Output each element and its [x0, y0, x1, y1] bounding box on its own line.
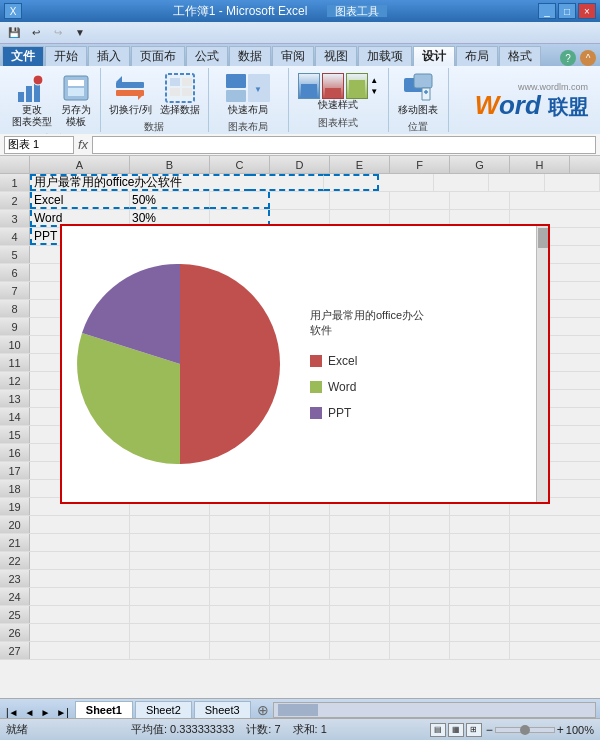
sheet-next-button[interactable]: ► [38, 707, 52, 718]
cell-g24[interactable] [450, 588, 510, 605]
scrollbar-thumb[interactable] [538, 228, 548, 248]
save-quick-button[interactable]: 💾 [4, 24, 24, 42]
redo-button[interactable]: ↪ [48, 24, 68, 42]
name-box[interactable]: 图表 1 [4, 136, 74, 154]
cell-d22[interactable] [270, 552, 330, 569]
quick-style-button[interactable]: ▲ ▼ 快速样式 [296, 71, 380, 113]
sheet-last-button[interactable]: ►| [54, 707, 71, 718]
cell-g21[interactable] [450, 534, 510, 551]
cell-e1[interactable] [434, 174, 489, 191]
cell-d26[interactable] [270, 624, 330, 641]
expand-icon[interactable]: ^ [580, 50, 596, 66]
tab-formula[interactable]: 公式 [186, 46, 228, 66]
minimize-button[interactable]: _ [538, 3, 556, 19]
cell-f26[interactable] [390, 624, 450, 641]
window-controls[interactable]: _ □ × [538, 3, 596, 19]
page-break-button[interactable]: ⊞ [466, 723, 482, 737]
cell-d1[interactable] [379, 174, 434, 191]
cell-e22[interactable] [330, 552, 390, 569]
cell-g26[interactable] [450, 624, 510, 641]
cell-c23[interactable] [210, 570, 270, 587]
cell-g2[interactable] [450, 192, 510, 209]
cell-b26[interactable] [130, 624, 210, 641]
cell-b22[interactable] [130, 552, 210, 569]
cell-d20[interactable] [270, 516, 330, 533]
save-as-template-button[interactable]: 另存为模板 [58, 70, 94, 130]
help-icon[interactable]: ? [560, 50, 576, 66]
tab-start[interactable]: 开始 [45, 46, 87, 66]
cell-g27[interactable] [450, 642, 510, 659]
cell-e27[interactable] [330, 642, 390, 659]
tab-review[interactable]: 审阅 [272, 46, 314, 66]
tab-addons[interactable]: 加载项 [358, 46, 412, 66]
cell-b21[interactable] [130, 534, 210, 551]
sheet-tab-sheet1[interactable]: Sheet1 [75, 701, 133, 718]
cell-d27[interactable] [270, 642, 330, 659]
col-header-f[interactable]: F [390, 156, 450, 173]
cell-a26[interactable] [30, 624, 130, 641]
cell-c26[interactable] [210, 624, 270, 641]
cell-e23[interactable] [330, 570, 390, 587]
cell-a23[interactable] [30, 570, 130, 587]
cell-b25[interactable] [130, 606, 210, 623]
zoom-in-button[interactable]: + [557, 723, 564, 737]
formula-input[interactable] [92, 136, 596, 154]
cell-c2[interactable] [210, 192, 270, 209]
cell-d23[interactable] [270, 570, 330, 587]
maximize-button[interactable]: □ [558, 3, 576, 19]
cell-b20[interactable] [130, 516, 210, 533]
cell-a22[interactable] [30, 552, 130, 569]
quick-layout-button[interactable]: ▼ 快速布局 [222, 70, 274, 118]
col-header-c[interactable]: C [210, 156, 270, 173]
col-header-g[interactable]: G [450, 156, 510, 173]
select-data-button[interactable]: 选择数据 [158, 70, 202, 118]
quick-toolbar-dropdown[interactable]: ▼ [70, 24, 90, 42]
cell-c22[interactable] [210, 552, 270, 569]
cell-f21[interactable] [390, 534, 450, 551]
tab-format[interactable]: 格式 [499, 46, 541, 66]
sheet-prev-button[interactable]: ◄ [23, 707, 37, 718]
cell-e2[interactable] [330, 192, 390, 209]
cell-f24[interactable] [390, 588, 450, 605]
cell-g1[interactable] [545, 174, 600, 191]
zoom-slider[interactable] [495, 727, 555, 733]
zoom-out-button[interactable]: − [486, 723, 493, 737]
tab-data[interactable]: 数据 [229, 46, 271, 66]
cell-e20[interactable] [330, 516, 390, 533]
sheet-tab-sheet3[interactable]: Sheet3 [194, 701, 251, 718]
cell-c21[interactable] [210, 534, 270, 551]
tab-layout[interactable]: 布局 [456, 46, 498, 66]
cell-f1[interactable] [489, 174, 544, 191]
switch-row-col-button[interactable]: 切换行/列 [107, 70, 154, 118]
col-header-b[interactable]: B [130, 156, 210, 173]
cell-a27[interactable] [30, 642, 130, 659]
move-chart-button[interactable]: 移动图表 [396, 70, 440, 118]
cell-b23[interactable] [130, 570, 210, 587]
tab-view[interactable]: 视图 [315, 46, 357, 66]
normal-view-button[interactable]: ▤ [430, 723, 446, 737]
cell-e21[interactable] [330, 534, 390, 551]
tab-file[interactable]: 文件 [2, 46, 44, 66]
horizontal-scrollbar[interactable] [273, 702, 596, 718]
change-chart-type-button[interactable]: 更改图表类型 [10, 70, 54, 130]
undo-button[interactable]: ↩ [26, 24, 46, 42]
chart-container[interactable]: 用户最常用的office办公软件 Excel Word PPT [60, 224, 550, 504]
cell-e25[interactable] [330, 606, 390, 623]
sheet-tab-sheet2[interactable]: Sheet2 [135, 701, 192, 718]
cell-d24[interactable] [270, 588, 330, 605]
cell-a25[interactable] [30, 606, 130, 623]
cell-a24[interactable] [30, 588, 130, 605]
tab-design[interactable]: 设计 [413, 46, 455, 66]
cell-e24[interactable] [330, 588, 390, 605]
cell-g22[interactable] [450, 552, 510, 569]
style-scroll-down[interactable]: ▼ [370, 87, 378, 96]
cell-a1[interactable]: 用户最常用的office办公软件 [30, 174, 250, 191]
cell-f20[interactable] [390, 516, 450, 533]
cell-a21[interactable] [30, 534, 130, 551]
close-button[interactable]: × [578, 3, 596, 19]
add-sheet-button[interactable]: ⊕ [257, 702, 269, 718]
cell-b24[interactable] [130, 588, 210, 605]
cell-g20[interactable] [450, 516, 510, 533]
cell-f25[interactable] [390, 606, 450, 623]
cell-c25[interactable] [210, 606, 270, 623]
